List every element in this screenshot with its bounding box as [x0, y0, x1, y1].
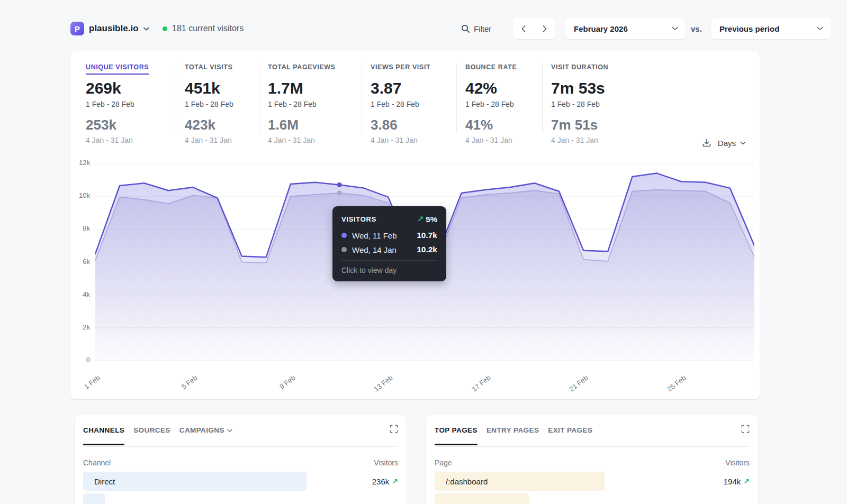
tooltip-row-label: Wed, 14 Jan	[352, 245, 397, 254]
chevron-left-icon	[521, 25, 526, 32]
x-tick-label: 5 Feb	[168, 374, 199, 400]
pages-panel: TOP PAGES ENTRY PAGES EXIT PAGES Page Vi…	[426, 415, 758, 504]
top-header: P plausible.io 181 current visitors Filt…	[70, 18, 760, 39]
page-name[interactable]: /:dashboard	[435, 477, 488, 486]
row-bar	[83, 493, 105, 504]
expand-icon[interactable]	[741, 425, 750, 433]
channel-visitors: 236k	[372, 477, 390, 486]
tooltip-title: VISITORS	[341, 215, 376, 223]
x-tick-label: 13 Feb	[364, 374, 394, 400]
column-header: Channel	[83, 459, 111, 467]
vs-label: vs.	[691, 18, 702, 39]
tab-channels[interactable]: CHANNELS	[83, 426, 124, 445]
tooltip-row-label: Wed, 11 Feb	[352, 231, 397, 240]
expand-icon[interactable]	[390, 425, 398, 433]
tooltip-row-previous: Wed, 14 Jan 10.2k	[341, 245, 437, 254]
comparison-value: Previous period	[719, 24, 779, 33]
comparison-dropdown[interactable]: Previous period	[711, 18, 831, 39]
trend-up-icon: ↗	[417, 214, 424, 224]
date-range-value: February 2026	[574, 24, 628, 33]
filter-label: Filter	[474, 24, 491, 33]
row-bar	[435, 493, 529, 504]
tooltip-row-value: 10.2k	[417, 245, 437, 254]
series-dot-icon	[341, 247, 347, 252]
date-range-dropdown[interactable]: February 2026	[565, 18, 686, 39]
search-icon	[461, 24, 470, 33]
channels-columns: Channel Visitors	[83, 459, 398, 467]
analytics-card: UNIQUE VISITORS 269k 1 Feb - 28 Feb 253k…	[70, 51, 760, 399]
tab-campaigns[interactable]: CAMPAIGNS	[179, 426, 232, 445]
y-tick-label: 8k	[70, 224, 90, 232]
site-switcher[interactable]: P plausible.io	[70, 18, 149, 39]
y-tick-label: 4k	[70, 290, 90, 298]
x-tick-label: 25 Feb	[656, 374, 687, 400]
filter-button[interactable]: Filter	[457, 18, 495, 39]
y-tick-label: 2k	[70, 323, 90, 331]
tooltip-row-value: 10.7k	[417, 231, 437, 240]
current-visitors-label: 181 current visitors	[172, 24, 244, 33]
site-name: plausible.io	[89, 23, 139, 34]
channel-row[interactable]	[83, 493, 398, 504]
chevron-right-icon	[543, 25, 547, 32]
channels-tabs: CHANNELS SOURCES CAMPAIGNS	[83, 415, 398, 447]
trend-up-icon: ↗	[743, 477, 750, 485]
trend-up-icon: ↗	[392, 477, 398, 485]
chevron-down-icon	[227, 429, 232, 432]
column-header: Visitors	[374, 459, 398, 467]
column-header: Page	[435, 459, 452, 467]
previous-period-button[interactable]	[513, 18, 534, 39]
pages-columns: Page Visitors	[435, 459, 750, 467]
y-tick-label: 10k	[70, 191, 90, 199]
y-tick-label: 0	[70, 356, 90, 364]
channel-name[interactable]: Direct	[83, 477, 115, 486]
channels-panel: CHANNELS SOURCES CAMPAIGNS Channel Visit…	[75, 415, 407, 504]
chart-tooltip: VISITORS ↗ 5% Wed, 11 Feb 10.7k Wed, 14 …	[332, 206, 446, 281]
page-visitors: 194k	[724, 477, 741, 486]
chevron-down-icon	[817, 26, 823, 31]
tooltip-change: 5%	[426, 215, 437, 224]
tooltip-row-current: Wed, 11 Feb 10.7k	[341, 231, 437, 240]
current-visitors[interactable]: 181 current visitors	[163, 18, 244, 39]
pages-tabs: TOP PAGES ENTRY PAGES EXIT PAGES	[435, 415, 750, 447]
page-row[interactable]	[435, 493, 750, 504]
tab-exit-pages[interactable]: EXIT PAGES	[548, 426, 592, 445]
row-bar	[83, 472, 307, 491]
y-tick-label: 12k	[70, 159, 90, 167]
channel-row[interactable]: Direct 236k ↗	[83, 472, 398, 491]
tab-sources[interactable]: SOURCES	[133, 426, 170, 445]
x-tick-label: 9 Feb	[266, 374, 296, 400]
page-row[interactable]: /:dashboard 194k ↗	[435, 472, 750, 491]
tab-top-pages[interactable]: TOP PAGES	[435, 426, 477, 445]
x-tick-label: 21 Feb	[559, 374, 590, 400]
series-dot-icon	[341, 233, 347, 238]
divider	[341, 260, 437, 261]
tooltip-footer: Click to view day	[341, 266, 437, 274]
plausible-logo: P	[70, 22, 84, 35]
tab-entry-pages[interactable]: ENTRY PAGES	[486, 426, 539, 445]
live-dot-icon	[163, 26, 167, 31]
tab-campaigns-label: CAMPAIGNS	[179, 426, 224, 434]
chevron-down-icon	[672, 26, 678, 31]
chevron-down-icon	[143, 27, 149, 31]
y-tick-label: 6k	[70, 258, 90, 265]
period-nav	[513, 18, 555, 39]
x-tick-label: 17 Feb	[461, 374, 492, 400]
next-period-button[interactable]	[534, 18, 555, 39]
x-tick-label: 1 Feb	[71, 374, 102, 400]
column-header: Visitors	[725, 459, 750, 467]
